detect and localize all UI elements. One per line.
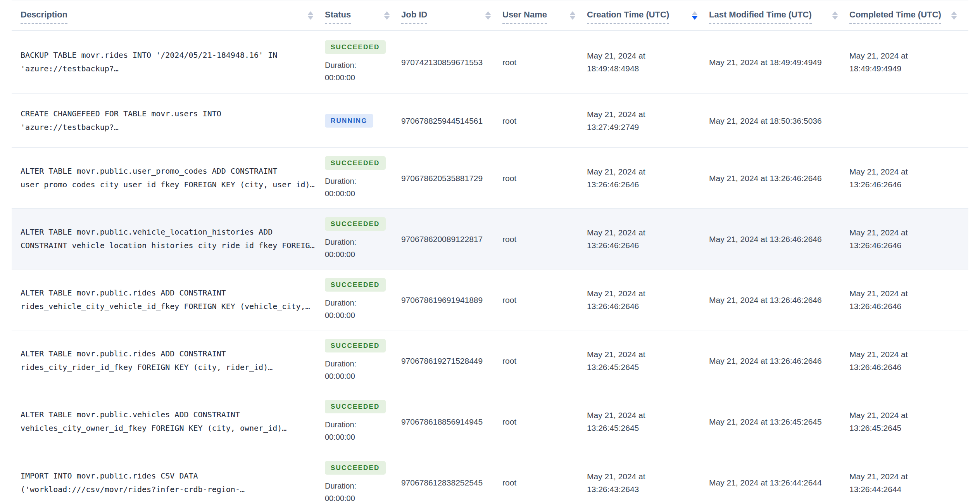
sort-icon-active-desc[interactable] [692, 11, 697, 20]
table-row[interactable]: CREATE CHANGEFEED FOR TABLE movr.users I… [12, 94, 968, 148]
job-status-cell: SUCCEEDED Duration: 00:00:00 [325, 40, 401, 84]
column-header-completed-time[interactable]: Completed Time (UTC) [849, 10, 968, 24]
duration-value: 00:00:00 [325, 309, 355, 321]
completed-time: May 21, 2024 at 13:26:46:2646 [849, 165, 968, 191]
column-label-description: Description [21, 10, 67, 24]
job-id: 970678620089122817 [401, 233, 502, 245]
job-id: 970742130859671553 [401, 56, 502, 69]
creation-time: May 21, 2024 at 13:27:49:2749 [587, 108, 709, 133]
completed-time: May 21, 2024 at 13:26:46:2646 [849, 287, 968, 313]
last-modified-time: May 21, 2024 at 13:26:46:2646 [709, 233, 849, 245]
table-row[interactable]: ALTER TABLE movr.public.vehicle_location… [12, 209, 968, 270]
job-description-link[interactable]: ALTER TABLE movr.public.vehicles ADD CON… [12, 408, 325, 435]
duration-value: 00:00:00 [325, 431, 355, 443]
status-badge: RUNNING [325, 114, 373, 128]
duration-value: 00:00:00 [325, 248, 355, 261]
job-status-cell: RUNNING [325, 114, 401, 128]
user-name: root [502, 233, 587, 245]
completed-time: May 21, 2024 at 13:26:46:2646 [849, 226, 968, 252]
completed-time: May 21, 2024 at 13:26:46:2646 [849, 348, 968, 373]
user-name: root [502, 415, 587, 428]
column-header-status[interactable]: Status [325, 10, 401, 24]
completed-time: May 21, 2024 at 18:49:49:4949 [849, 49, 968, 75]
duration-value: 00:00:00 [325, 492, 355, 501]
jobs-table: Description Status Job ID User Name Crea… [12, 0, 968, 501]
table-row[interactable]: IMPORT INTO movr.public.rides CSV DATA (… [12, 452, 968, 501]
duration-label: Duration: [325, 59, 356, 71]
column-label-completed-time: Completed Time (UTC) [849, 10, 941, 24]
last-modified-time: May 21, 2024 at 18:50:36:5036 [709, 114, 849, 127]
column-header-description[interactable]: Description [12, 10, 325, 24]
column-header-creation-time[interactable]: Creation Time (UTC) [587, 10, 709, 24]
last-modified-time: May 21, 2024 at 13:26:45:2645 [709, 415, 849, 428]
status-badge: SUCCEEDED [325, 339, 386, 352]
job-status-cell: SUCCEEDED Duration: 00:00:00 [325, 339, 401, 382]
user-name: root [502, 172, 587, 185]
sort-icon[interactable] [308, 11, 313, 20]
completed-time [849, 114, 968, 127]
job-status-cell: SUCCEEDED Duration: 00:00:00 [325, 461, 401, 501]
status-badge: SUCCEEDED [325, 217, 386, 231]
completed-time: May 21, 2024 at 13:26:45:2645 [849, 409, 968, 434]
completed-time: May 21, 2024 at 13:26:44:2644 [849, 470, 968, 496]
last-modified-time: May 21, 2024 at 13:26:44:2644 [709, 476, 849, 489]
column-label-job-id: Job ID [401, 10, 427, 24]
duration-label: Duration: [325, 480, 356, 492]
user-name: root [502, 56, 587, 69]
table-row[interactable]: BACKUP TABLE movr.rides INTO '/2024/05/2… [12, 31, 968, 94]
job-status-cell: SUCCEEDED Duration: 00:00:00 [325, 217, 401, 261]
user-name: root [502, 294, 587, 306]
status-badge: SUCCEEDED [325, 156, 386, 170]
last-modified-time: May 21, 2024 at 13:26:46:2646 [709, 172, 849, 185]
status-badge: SUCCEEDED [325, 461, 386, 475]
column-label-creation-time: Creation Time (UTC) [587, 10, 669, 24]
duration-value: 00:00:00 [325, 370, 355, 382]
sort-icon[interactable] [384, 11, 390, 20]
job-description-link[interactable]: ALTER TABLE movr.public.rides ADD CONSTR… [12, 347, 325, 374]
last-modified-time: May 21, 2024 at 13:26:46:2646 [709, 294, 849, 306]
job-description-link[interactable]: CREATE CHANGEFEED FOR TABLE movr.users I… [12, 107, 325, 134]
column-header-last-modified-time[interactable]: Last Modified Time (UTC) [709, 10, 849, 24]
column-header-user-name[interactable]: User Name [502, 10, 587, 24]
status-badge: SUCCEEDED [325, 400, 386, 413]
creation-time: May 21, 2024 at 13:26:46:2646 [587, 165, 709, 191]
column-label-status: Status [325, 10, 351, 24]
job-description-link[interactable]: IMPORT INTO movr.public.rides CSV DATA (… [12, 469, 325, 496]
user-name: root [502, 476, 587, 489]
job-description-link[interactable]: ALTER TABLE movr.public.rides ADD CONSTR… [12, 286, 325, 313]
creation-time: May 21, 2024 at 13:26:46:2646 [587, 226, 709, 252]
last-modified-time: May 21, 2024 at 18:49:49:4949 [709, 56, 849, 69]
job-status-cell: SUCCEEDED Duration: 00:00:00 [325, 156, 401, 200]
last-modified-time: May 21, 2024 at 13:26:46:2646 [709, 354, 849, 367]
table-row[interactable]: ALTER TABLE movr.public.rides ADD CONSTR… [12, 270, 968, 330]
table-row[interactable]: ALTER TABLE movr.public.rides ADD CONSTR… [12, 330, 968, 391]
column-header-job-id[interactable]: Job ID [401, 10, 502, 24]
column-label-user-name: User Name [502, 10, 547, 24]
sort-icon[interactable] [832, 11, 838, 20]
duration-value: 00:00:00 [325, 71, 355, 84]
duration-label: Duration: [325, 175, 356, 187]
sort-icon[interactable] [485, 11, 491, 20]
job-id: 970678620535881729 [401, 172, 502, 185]
job-id: 970678825944514561 [401, 114, 502, 127]
sort-icon[interactable] [951, 11, 957, 20]
column-label-last-modified-time: Last Modified Time (UTC) [709, 10, 812, 24]
creation-time: May 21, 2024 at 18:49:48:4948 [587, 49, 709, 75]
job-status-cell: SUCCEEDED Duration: 00:00:00 [325, 400, 401, 443]
table-row[interactable]: ALTER TABLE movr.public.vehicles ADD CON… [12, 391, 968, 452]
duration-label: Duration: [325, 236, 356, 248]
job-description-link[interactable]: ALTER TABLE movr.public.vehicle_location… [12, 225, 325, 252]
creation-time: May 21, 2024 at 13:26:45:2645 [587, 348, 709, 373]
job-id: 970678612838252545 [401, 476, 502, 489]
job-id: 970678619691941889 [401, 294, 502, 306]
job-description-link[interactable]: BACKUP TABLE movr.rides INTO '/2024/05/2… [12, 48, 325, 76]
table-row[interactable]: ALTER TABLE movr.public.user_promo_codes… [12, 148, 968, 209]
user-name: root [502, 114, 587, 127]
status-badge: SUCCEEDED [325, 278, 386, 292]
job-description-link[interactable]: ALTER TABLE movr.public.user_promo_codes… [12, 164, 325, 192]
table-header-row: Description Status Job ID User Name Crea… [12, 0, 968, 31]
duration-label: Duration: [325, 297, 356, 309]
duration-value: 00:00:00 [325, 187, 355, 200]
sort-icon[interactable] [570, 11, 575, 20]
duration-label: Duration: [325, 418, 356, 431]
